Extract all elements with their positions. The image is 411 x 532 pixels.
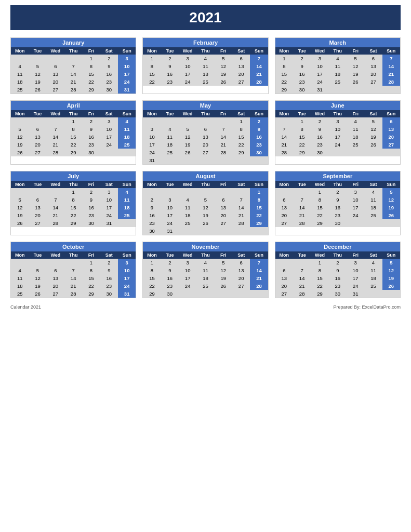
weekday-header-sat: Sat [100, 251, 118, 259]
week-row: 293031 [275, 86, 400, 94]
weekday-header-wed: Wed [47, 251, 64, 259]
weekday-header-sat: Sat [232, 251, 250, 259]
day-cell: 22 [64, 211, 82, 219]
day-cell: 22 [275, 78, 293, 86]
weekday-header-sun: Sun [118, 181, 136, 188]
day-cell: 27 [196, 149, 214, 156]
day-cell [143, 117, 161, 125]
day-cell: 4 [347, 117, 364, 125]
day-cell: 2 [82, 117, 100, 125]
day-cell: 27 [382, 141, 400, 149]
day-cell: 25 [161, 149, 179, 156]
weekday-header-sun: Sun [382, 251, 400, 259]
day-cell: 22 [311, 282, 328, 290]
day-cell: 18 [11, 282, 29, 290]
day-cell: 3 [143, 125, 161, 133]
day-cell: 2 [250, 117, 268, 125]
day-cell: 4 [196, 55, 214, 62]
day-cell: 5 [364, 117, 382, 125]
day-cell: 7 [64, 267, 82, 274]
day-cell: 10 [161, 204, 179, 211]
week-row: 123 [11, 55, 136, 62]
day-cell: 15 [232, 133, 250, 141]
day-cell: 1 [82, 259, 100, 267]
day-cell: 27 [364, 78, 382, 86]
day-cell: 29 [143, 290, 161, 298]
day-cell: 13 [364, 62, 382, 70]
week-row: 891011121314 [275, 62, 400, 70]
day-cell: 4 [11, 267, 29, 274]
day-cell: 8 [64, 125, 82, 133]
day-cell: 13 [275, 274, 293, 282]
month-block-october: OctoberMonTueWedThuFriSatSun123456789101… [10, 242, 136, 298]
weekday-header-sun: Sun [382, 181, 400, 188]
day-cell [293, 259, 311, 267]
day-cell [275, 259, 293, 267]
day-cell: 13 [47, 70, 64, 78]
day-cell [196, 117, 214, 125]
weekday-header-thu: Thu [196, 110, 214, 117]
weekday-header-mon: Mon [11, 251, 29, 259]
day-cell: 15 [82, 70, 100, 78]
week-row: 3456789 [143, 125, 268, 133]
weekday-header-mon: Mon [143, 181, 161, 188]
day-cell: 7 [275, 125, 293, 133]
day-cell: 28 [250, 78, 268, 86]
week-row: 12 [143, 117, 268, 125]
day-cell: 5 [215, 259, 232, 267]
day-cell: 23 [250, 141, 268, 149]
day-cell: 22 [64, 141, 82, 149]
day-cell: 5 [215, 55, 232, 62]
day-cell: 24 [161, 219, 179, 227]
day-cell [29, 188, 46, 196]
day-cell: 25 [11, 290, 29, 298]
day-cell: 17 [311, 70, 328, 78]
day-cell [47, 188, 64, 196]
day-cell: 26 [347, 78, 364, 86]
day-cell: 2 [329, 188, 347, 196]
day-cell: 8 [82, 62, 100, 70]
day-cell: 5 [347, 55, 364, 62]
day-cell: 7 [64, 62, 82, 70]
day-cell: 22 [82, 78, 100, 86]
day-cell: 30 [250, 149, 268, 156]
day-cell: 11 [118, 125, 136, 133]
day-cell: 23 [100, 282, 118, 290]
weekday-header-thu: Thu [196, 251, 214, 259]
day-cell: 1 [311, 259, 328, 267]
weekday-header-fri: Fri [215, 251, 232, 259]
week-row: 123 [11, 259, 136, 267]
calendars-grid: JanuaryMonTueWedThuFriSatSun123456789101… [10, 37, 401, 298]
day-cell [232, 227, 250, 235]
day-cell: 20 [196, 141, 214, 149]
day-cell: 2 [100, 259, 118, 267]
day-cell: 25 [118, 211, 136, 219]
day-cell: 5 [196, 196, 214, 204]
day-cell: 14 [293, 204, 311, 211]
week-row: 2728293031 [275, 290, 400, 298]
weekday-header-fri: Fri [82, 110, 100, 117]
day-cell: 2 [161, 55, 179, 62]
day-cell [47, 117, 64, 125]
day-cell: 11 [347, 125, 364, 133]
day-cell: 30 [329, 290, 347, 298]
day-cell: 6 [232, 259, 250, 267]
day-cell: 29 [311, 219, 328, 227]
day-cell: 3 [311, 55, 328, 62]
week-row: 20212223242526 [275, 211, 400, 219]
day-cell: 25 [11, 86, 29, 94]
day-cell [215, 290, 232, 298]
week-row: 10111213141516 [143, 133, 268, 141]
week-row: 45678910 [11, 62, 136, 70]
day-cell: 7 [250, 259, 268, 267]
day-cell: 29 [232, 149, 250, 156]
day-cell: 10 [100, 125, 118, 133]
week-row: 19202122232425 [11, 211, 136, 219]
day-cell: 23 [329, 211, 347, 219]
day-cell: 16 [329, 204, 347, 211]
day-cell: 11 [329, 62, 347, 70]
day-cell: 4 [196, 259, 214, 267]
day-cell: 28 [293, 219, 311, 227]
weekday-header-tue: Tue [293, 110, 311, 117]
day-cell: 17 [179, 70, 196, 78]
